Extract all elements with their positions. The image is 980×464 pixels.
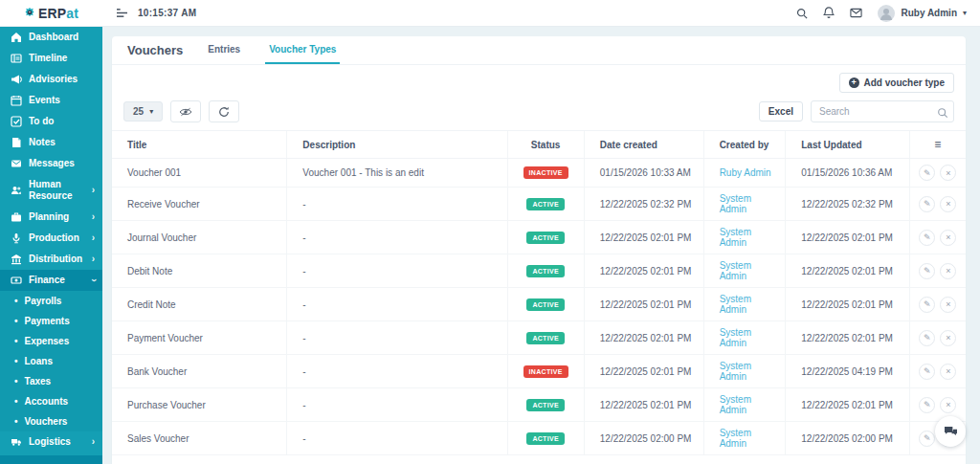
cell-last-updated: 12/22/2025 02:00 PM: [786, 422, 909, 455]
col-header-last-updated[interactable]: Last Updated: [786, 131, 909, 159]
cell-status: ACTIVE: [507, 422, 584, 455]
edit-button[interactable]: ✎: [919, 431, 935, 447]
table-body: Voucher 001Voucher 001 - This is an edit…: [112, 159, 966, 455]
sidebar-item-payments[interactable]: •Payments: [0, 311, 102, 331]
cell-date-created: 12/22/2025 02:01 PM: [584, 221, 703, 254]
col-header-date-created[interactable]: Date created: [584, 131, 703, 159]
notifications-bell-icon[interactable]: [823, 7, 835, 19]
bullet-icon: •: [14, 416, 18, 427]
excel-export-button[interactable]: Excel: [759, 101, 803, 122]
cell-last-updated: 01/15/2026 10:36 AM: [786, 159, 909, 188]
sidebar-item-todo[interactable]: To do: [0, 111, 102, 132]
cell-last-updated: 12/22/2025 02:01 PM: [786, 254, 909, 288]
sidebar-item-expenses[interactable]: •Expenses: [0, 331, 102, 351]
delete-button[interactable]: ×: [940, 364, 956, 380]
sidebar-item-accounts[interactable]: •Accounts: [0, 391, 102, 411]
created-by-link[interactable]: System Admin: [720, 394, 751, 415]
col-header-actions: ≡: [909, 131, 966, 159]
sidebar-item-dashboard[interactable]: Dashboard: [0, 27, 102, 48]
cell-actions: ✎×: [909, 221, 966, 254]
sidebar-item-timeline[interactable]: Timeline: [0, 48, 102, 69]
edit-button[interactable]: ✎: [919, 364, 935, 380]
cell-title: Voucher 001: [112, 159, 287, 188]
sidebar-item-production[interactable]: Production ›: [0, 228, 102, 249]
messages-envelope-icon[interactable]: [850, 8, 862, 18]
bullet-icon: •: [14, 396, 18, 407]
sidebar-item-taxes[interactable]: •Taxes: [0, 371, 102, 391]
delete-button[interactable]: ×: [940, 263, 956, 279]
truck-icon: [11, 436, 22, 448]
sidebar-item-finance[interactable]: Finance ›: [0, 270, 102, 291]
refresh-button[interactable]: [209, 100, 239, 122]
created-by-link[interactable]: System Admin: [720, 428, 751, 449]
sidebar-item-messages[interactable]: Messages: [0, 153, 102, 174]
delete-button[interactable]: ×: [940, 397, 956, 413]
cell-last-updated: 12/22/2025 02:01 PM: [786, 321, 909, 355]
cell-title: Journal Voucher: [112, 221, 287, 254]
sidebar-toggle-icon[interactable]: [116, 8, 128, 18]
edit-button[interactable]: ✎: [919, 230, 935, 246]
sidebar-item-distribution[interactable]: Distribution ›: [0, 249, 102, 270]
created-by-link[interactable]: System Admin: [720, 260, 751, 281]
cell-status: ACTIVE: [507, 188, 584, 221]
sidebar-item-logistics[interactable]: Logistics ›: [0, 431, 102, 453]
sidebar-item-loans[interactable]: •Loans: [0, 351, 102, 371]
cell-created-by: System Admin: [703, 288, 786, 321]
chat-button[interactable]: [935, 416, 966, 447]
status-badge: ACTIVE: [526, 432, 564, 445]
edit-button[interactable]: ✎: [919, 297, 935, 313]
created-by-link[interactable]: System Admin: [720, 193, 751, 214]
briefcase-icon: [11, 211, 22, 223]
sidebar-item-vouchers[interactable]: •Vouchers: [0, 411, 102, 431]
edit-button[interactable]: ✎: [919, 263, 935, 279]
created-by-link[interactable]: System Admin: [720, 361, 751, 382]
cell-status: ACTIVE: [507, 221, 584, 254]
sidebar-item-planning[interactable]: Planning ›: [0, 207, 102, 228]
cell-description: -: [287, 422, 507, 455]
cell-title: Receive Voucher: [112, 188, 287, 221]
cell-title: Payment Voucher: [112, 321, 287, 355]
delete-button[interactable]: ×: [940, 330, 956, 346]
page-size-select[interactable]: 25 ▾: [123, 101, 163, 122]
created-by-link[interactable]: System Admin: [720, 294, 751, 315]
edit-button[interactable]: ✎: [919, 196, 935, 212]
created-by-link[interactable]: System Admin: [720, 327, 751, 348]
cell-description: Voucher 001 - This is an edit: [287, 159, 507, 188]
created-by-link[interactable]: Ruby Admin: [720, 167, 771, 178]
cell-date-created: 12/22/2025 02:01 PM: [584, 388, 703, 422]
col-header-title[interactable]: Title: [112, 131, 287, 159]
users-icon: [11, 185, 22, 196]
voucher-types-table: Title Description Status Date created Cr…: [112, 130, 966, 455]
delete-button[interactable]: ×: [940, 230, 956, 246]
sidebar-item-events[interactable]: Events: [0, 90, 102, 111]
card-footer: 1-9 / 9 « 1 »: [112, 455, 966, 464]
add-voucher-type-button[interactable]: + Add voucher type: [839, 73, 954, 93]
edit-button[interactable]: ✎: [919, 397, 935, 413]
toggle-columns-button[interactable]: [170, 100, 201, 122]
user-menu[interactable]: Ruby Admin ▾: [878, 5, 967, 22]
sidebar-item-notes[interactable]: Notes: [0, 132, 102, 153]
created-by-link[interactable]: System Admin: [720, 227, 751, 248]
delete-button[interactable]: ×: [940, 196, 956, 212]
menu-icon[interactable]: ≡: [934, 138, 941, 151]
avatar: [878, 5, 895, 22]
edit-button[interactable]: ✎: [919, 165, 935, 181]
col-header-status[interactable]: Status: [507, 131, 584, 159]
delete-button[interactable]: ×: [940, 297, 956, 313]
envelope-icon: [11, 158, 22, 169]
col-header-created-by[interactable]: Created by: [703, 131, 786, 159]
money-icon: [11, 275, 22, 286]
delete-button[interactable]: ×: [940, 165, 956, 181]
app-window: ERPat 10:15:37 AM: [0, 0, 980, 464]
search-icon[interactable]: [796, 8, 808, 19]
brand-logo[interactable]: ERPat: [0, 0, 102, 26]
tab-voucher-types[interactable]: Voucher Types: [265, 36, 340, 64]
sidebar-item-payrolls[interactable]: •Payrolls: [0, 291, 102, 311]
col-header-description[interactable]: Description: [287, 131, 507, 159]
tab-entries[interactable]: Entries: [204, 36, 244, 64]
cell-date-created: 12/22/2025 02:01 PM: [584, 355, 703, 388]
sidebar-item-human-resource[interactable]: Human Resource ›: [0, 174, 102, 207]
search-input[interactable]: [811, 100, 954, 122]
edit-button[interactable]: ✎: [919, 330, 935, 346]
sidebar-item-advisories[interactable]: Advisories: [0, 69, 102, 90]
